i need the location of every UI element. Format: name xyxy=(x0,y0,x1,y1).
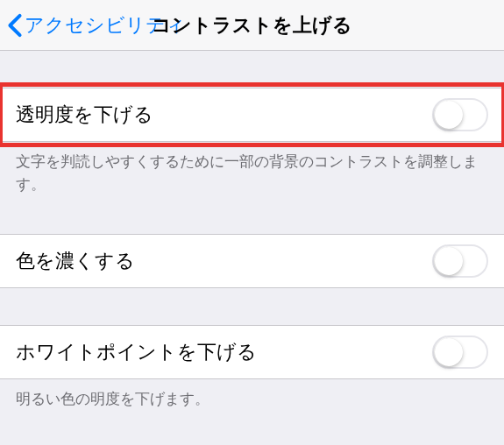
toggle-knob xyxy=(435,338,463,366)
spacer xyxy=(0,195,504,234)
row-reduce-transparency[interactable]: 透明度を下げる xyxy=(0,88,504,142)
footer-reduce-transparency: 文字を判読しやすくするために一部の背景のコントラストを調整します。 xyxy=(0,142,504,195)
footer-reduce-white-point: 明るい色の明度を下げます。 xyxy=(0,379,504,411)
toggle-darken-colors[interactable] xyxy=(432,244,488,278)
toggle-reduce-white-point[interactable] xyxy=(432,336,488,369)
chevron-left-icon xyxy=(7,13,23,38)
page-title: コントラストを上げる xyxy=(152,12,352,39)
row-reduce-white-point[interactable]: ホワイトポイントを下げる xyxy=(0,325,504,379)
spacer xyxy=(0,288,504,325)
spacer xyxy=(0,51,504,88)
row-darken-colors[interactable]: 色を濃くする xyxy=(0,234,504,288)
row-label: ホワイトポイントを下げる xyxy=(16,339,257,365)
row-label: 色を濃くする xyxy=(16,248,135,274)
row-highlight-wrap: 透明度を下げる xyxy=(0,88,504,142)
toggle-knob xyxy=(435,101,463,129)
toggle-knob xyxy=(435,247,463,275)
row-label: 透明度を下げる xyxy=(16,102,153,128)
toggle-reduce-transparency[interactable] xyxy=(432,98,488,131)
nav-header: アクセシビリティ コントラストを上げる xyxy=(0,0,504,51)
